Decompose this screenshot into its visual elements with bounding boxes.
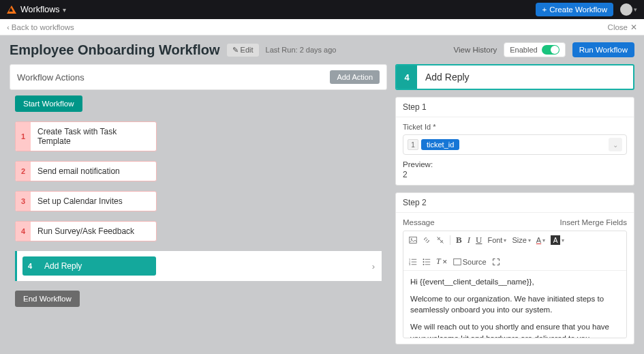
numbered-list-icon[interactable]: 123 xyxy=(409,258,417,266)
app-menu-label[interactable]: Workflows xyxy=(20,5,59,14)
unlink-icon[interactable] xyxy=(436,236,444,244)
message-line: Welcome to our organization. We have ini… xyxy=(410,293,619,316)
step-number: 1 xyxy=(16,122,31,151)
add-action-button[interactable]: Add Action xyxy=(330,70,380,84)
insert-merge-fields-link[interactable]: Insert Merge Fields xyxy=(560,218,627,226)
pencil-icon: ✎ xyxy=(232,46,239,55)
bg-color-button[interactable]: A ▾ xyxy=(551,235,564,245)
source-button[interactable]: Source xyxy=(453,258,487,266)
title-bar: Employee Onboarding Workflow ✎ Edit Last… xyxy=(0,35,644,64)
size-dropdown[interactable]: Size ▾ xyxy=(512,236,530,244)
message-line: We will reach out to you shortly and ens… xyxy=(410,321,619,338)
actions-panel-title: Workflow Actions xyxy=(17,72,85,83)
edit-label: Edit xyxy=(241,46,254,54)
chip-ticket-id[interactable]: ticket_id xyxy=(421,139,459,150)
text-color-button[interactable]: A ▾ xyxy=(536,236,545,244)
page-title: Employee Onboarding Workflow xyxy=(10,42,220,58)
italic-button[interactable]: I xyxy=(467,235,470,246)
link-icon[interactable] xyxy=(423,236,431,244)
main-content: Workflow Actions Add Action Start Workfl… xyxy=(0,64,644,354)
step1-title: Step 1 xyxy=(396,98,634,117)
svg-point-1 xyxy=(411,239,412,240)
close-icon: ✕ xyxy=(630,23,637,32)
chip-number: 1 xyxy=(408,139,418,150)
run-workflow-button[interactable]: Run Workflow xyxy=(572,42,634,57)
enabled-toggle-container: Enabled xyxy=(504,42,565,57)
bold-button[interactable]: B xyxy=(456,235,462,246)
workflow-step[interactable]: 2 Send email notification xyxy=(15,161,157,181)
chevron-down-icon[interactable]: ▾ xyxy=(63,6,66,14)
step1-card: Step 1 Ticket Id * 1 ticket_id ⌄ Preview… xyxy=(395,97,634,186)
plus-icon: + xyxy=(542,5,547,14)
underline-button[interactable]: U xyxy=(476,235,482,246)
detail-step-number: 4 xyxy=(397,65,417,89)
close-label: Close xyxy=(608,23,628,31)
actions-panel-header: Workflow Actions Add Action xyxy=(10,64,387,90)
breadcrumb-bar: ‹ Back to workflows Close ✕ xyxy=(0,19,644,35)
svg-point-10 xyxy=(423,261,425,263)
font-dropdown[interactable]: Font ▾ xyxy=(487,236,506,244)
enabled-label: Enabled xyxy=(510,46,537,54)
chevron-down-icon: ▾ xyxy=(504,237,506,244)
step-label: Send email notification xyxy=(31,162,156,181)
clear-format-icon[interactable]: T✕ xyxy=(436,256,448,267)
step-number: 3 xyxy=(16,192,31,211)
topbar: Workflows ▾ + Create Workflow ▾ xyxy=(0,0,644,19)
chevron-down-icon: ▾ xyxy=(542,237,545,244)
rich-text-editor: B I U Font ▾ Size ▾ A ▾ A ▾ 123 T✕ Sourc… xyxy=(403,231,627,338)
end-workflow-button[interactable]: End Workflow xyxy=(15,291,80,307)
view-history-link[interactable]: View History xyxy=(454,46,497,54)
actions-list: Start Workflow 1 Create Task with Task T… xyxy=(10,90,387,344)
editor-content[interactable]: Hi {{event__client_details__name}}, Welc… xyxy=(403,271,626,338)
close-button[interactable]: Close ✕ xyxy=(608,23,637,32)
step-label: Run Survey/Ask Feedback xyxy=(31,222,156,241)
preview-value: 2 xyxy=(403,170,627,179)
start-workflow-button[interactable]: Start Workflow xyxy=(15,95,82,112)
svg-point-8 xyxy=(423,259,425,260)
svg-point-12 xyxy=(423,263,425,265)
workflow-step[interactable]: 4 Run Survey/Ask Feedback xyxy=(15,221,157,241)
chevron-right-icon: › xyxy=(372,261,375,271)
chevron-down-icon: ▾ xyxy=(528,237,531,244)
step2-title: Step 2 xyxy=(396,193,634,213)
detail-header: 4 Add Reply xyxy=(395,64,634,90)
preview-label: Preview: xyxy=(403,160,627,168)
svg-rect-0 xyxy=(410,237,417,244)
editor-toolbar: B I U Font ▾ Size ▾ A ▾ A ▾ 123 T✕ Sourc… xyxy=(403,231,626,271)
ticket-id-label: Ticket Id * xyxy=(403,123,627,131)
step-label: Add Reply xyxy=(37,256,156,276)
step-label: Create Task with Task Template xyxy=(31,122,156,151)
back-link[interactable]: ‹ Back to workflows xyxy=(7,23,74,31)
image-icon[interactable] xyxy=(409,236,417,244)
step-number: 2 xyxy=(16,162,31,181)
step-number: 4 xyxy=(16,222,31,241)
bullet-list-icon[interactable] xyxy=(423,258,431,266)
workflow-step[interactable]: 1 Create Task with Task Template xyxy=(15,121,157,151)
back-link-label: Back to workflows xyxy=(12,23,74,31)
workflow-step-selected[interactable]: 4 Add Reply › xyxy=(15,251,382,281)
svg-rect-14 xyxy=(453,259,461,265)
app-logo-icon xyxy=(7,5,16,14)
chevron-down-icon[interactable]: ▾ xyxy=(634,6,637,13)
step2-card: Step 2 Message Insert Merge Fields B I U xyxy=(395,192,634,344)
edit-title-button[interactable]: ✎ Edit xyxy=(227,44,259,57)
detail-step-label: Add Reply xyxy=(417,65,478,89)
svg-text:3: 3 xyxy=(409,263,410,266)
workflow-actions-panel: Workflow Actions Add Action Start Workfl… xyxy=(10,64,387,344)
maximize-icon[interactable] xyxy=(492,258,500,266)
chevron-down-icon: ▾ xyxy=(562,237,564,244)
user-avatar[interactable] xyxy=(620,3,632,16)
step-label: Set up Calendar Invites xyxy=(31,192,156,211)
chevron-down-icon[interactable]: ⌄ xyxy=(609,138,622,151)
create-workflow-label: Create Workflow xyxy=(549,5,607,14)
step-detail-panel: 4 Add Reply Step 1 Ticket Id * 1 ticket_… xyxy=(395,64,634,344)
last-run-text: Last Run: 2 days ago xyxy=(266,46,337,54)
step-number: 4 xyxy=(22,256,37,276)
create-workflow-button[interactable]: + Create Workflow xyxy=(536,3,613,16)
chevron-left-icon: ‹ xyxy=(7,23,10,31)
message-line: Hi {{event__client_details__name}}, xyxy=(410,276,619,288)
enabled-toggle[interactable] xyxy=(542,45,559,55)
ticket-id-input[interactable]: 1 ticket_id ⌄ xyxy=(403,134,627,155)
message-label: Message xyxy=(403,218,435,226)
workflow-step[interactable]: 3 Set up Calendar Invites xyxy=(15,191,157,211)
